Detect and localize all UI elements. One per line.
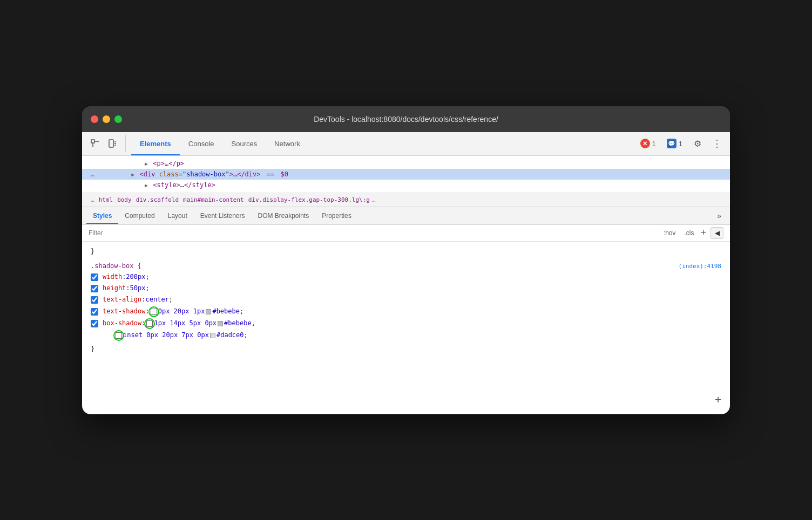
box-shadow-edit-icon-2[interactable] (113, 330, 124, 341)
message-icon: 💬 (667, 139, 676, 148)
toolbar-icon-group (86, 135, 126, 152)
dom-row-div-shadow-box[interactable]: … ▶ <div class="shadow-box">…</div> == $… (82, 169, 730, 180)
height-checkbox[interactable] (91, 285, 98, 292)
minimize-button[interactable] (103, 115, 110, 123)
devtools-panel: Elements Console Sources Network ✕ 1 (82, 132, 730, 414)
more-options-button[interactable]: ⋮ (708, 135, 726, 152)
tab-styles[interactable]: Styles (86, 208, 118, 224)
breadcrumb-div[interactable]: div.display-flex.gap-top-300.lg\:g (248, 196, 370, 203)
text-align-checkbox[interactable] (91, 296, 98, 304)
settings-button[interactable]: ⚙ (689, 135, 706, 152)
more-tabs-button[interactable]: » (713, 207, 726, 224)
box-shadow-color-swatch-2[interactable] (210, 333, 215, 338)
css-prop-height: height : 50px ; (91, 283, 721, 294)
breadcrumb-dots: … (91, 196, 94, 203)
filter-actions: :hov .cls + ◀ (661, 227, 723, 239)
width-checkbox[interactable] (91, 273, 98, 281)
css-rules-area: } .shadow-box { (index):4198 width : 200… (82, 242, 730, 414)
error-badge-button[interactable]: ✕ 1 (636, 136, 660, 150)
css-prop-box-shadow-inset: inset 0px 20px 7px 0px #dadce0 ; (103, 330, 721, 341)
box-shadow-color-swatch-1[interactable] (218, 321, 223, 326)
device-toolbar-button[interactable] (104, 135, 121, 152)
error-icon: ✕ (640, 139, 650, 148)
titlebar: DevTools - localhost:8080/docs/devtools/… (82, 106, 730, 132)
add-style-button[interactable]: + (700, 227, 706, 238)
tab-computed[interactable]: Computed (118, 208, 161, 224)
text-shadow-checkbox[interactable] (91, 308, 98, 316)
box-shadow-edit-icon-1[interactable] (144, 318, 155, 329)
css-selector-line: .shadow-box { (index):4198 (91, 261, 721, 271)
breadcrumb-body[interactable]: body (117, 196, 132, 203)
devtools-window: DevTools - localhost:8080/docs/devtools/… (82, 106, 730, 414)
css-source-link[interactable]: (index):4198 (679, 262, 721, 271)
svg-rect-3 (109, 140, 113, 147)
css-rule-shadow-box: .shadow-box { (index):4198 width : 200px… (91, 261, 721, 354)
main-toolbar: Elements Console Sources Network ✕ 1 (82, 132, 730, 156)
breadcrumb-html[interactable]: html (99, 196, 113, 203)
css-prop-text-align: text-align : center ; (91, 294, 721, 305)
cls-button[interactable]: .cls (682, 228, 696, 238)
filter-input[interactable] (89, 229, 657, 237)
tab-network[interactable]: Network (266, 132, 309, 155)
text-shadow-edit-icon[interactable] (148, 306, 159, 317)
inspect-element-button[interactable] (86, 135, 104, 152)
main-tabs: Elements Console Sources Network (131, 132, 635, 155)
tab-event-listeners[interactable]: Event Listeners (194, 208, 252, 224)
close-button[interactable] (91, 115, 98, 123)
dom-tree: ▶ <p>…</p> … ▶ <div class="shadow-box">…… (82, 156, 730, 193)
add-rule-button[interactable]: + (715, 391, 721, 408)
tab-dom-breakpoints[interactable]: DOM Breakpoints (251, 208, 315, 224)
styles-tab-bar: Styles Computed Layout Event Listeners D… (82, 207, 730, 225)
css-prop-text-shadow: text-shadow : 0px 20px 1px #bebebe ; (91, 306, 721, 318)
traffic-lights (91, 115, 122, 123)
rule-close-brace: } (91, 345, 94, 353)
css-prop-box-shadow: box-shadow : 1px 14px 5px 0px #bebebe, (91, 318, 721, 330)
css-selector: .shadow-box { (91, 261, 141, 271)
filter-bar: :hov .cls + ◀ (82, 225, 730, 242)
breadcrumb-scaffold[interactable]: div.scaffold (136, 196, 179, 203)
text-shadow-color-swatch[interactable] (206, 309, 211, 314)
tab-elements[interactable]: Elements (131, 132, 180, 155)
dom-row-dots: … (91, 170, 94, 178)
breadcrumb: … html body div.scaffold main#main-conte… (82, 193, 730, 207)
toolbar-right: ✕ 1 💬 1 ⚙ ⋮ (636, 135, 726, 152)
box-shadow-checkbox[interactable] (91, 320, 98, 327)
tab-properties[interactable]: Properties (315, 208, 358, 224)
tab-sources[interactable]: Sources (223, 132, 266, 155)
breadcrumb-more[interactable]: … (372, 196, 376, 203)
svg-rect-0 (91, 140, 94, 143)
dom-row-p[interactable]: ▶ <p>…</p> (82, 158, 730, 169)
maximize-button[interactable] (114, 115, 122, 123)
tab-console[interactable]: Console (180, 132, 223, 155)
tab-layout[interactable]: Layout (161, 208, 194, 224)
css-prop-width: width : 200px ; (91, 271, 721, 283)
toggle-panel-button[interactable]: ◀ (710, 227, 723, 239)
breadcrumb-main[interactable]: main#main-content (183, 196, 244, 203)
dom-row-extra[interactable]: ▶ <style>…</style> (82, 180, 730, 190)
window-title: DevTools - localhost:8080/docs/devtools/… (314, 115, 498, 124)
info-badge-button[interactable]: 💬 1 (662, 136, 687, 150)
prev-rule-close-brace: } (91, 248, 94, 255)
hov-button[interactable]: :hov (661, 228, 678, 238)
